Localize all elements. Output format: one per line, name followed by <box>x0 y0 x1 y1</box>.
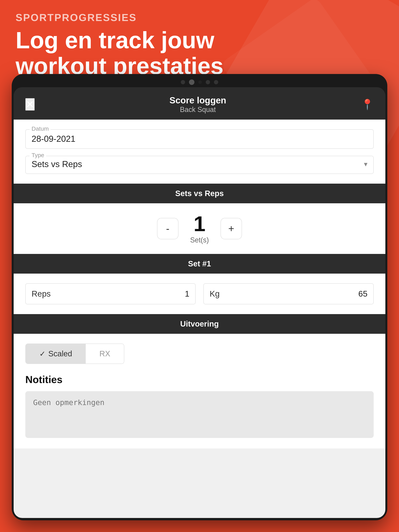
camera-dot-2 <box>189 79 194 85</box>
sets-plus-button[interactable]: + <box>220 218 242 239</box>
scaled-button[interactable]: ✓Scaled <box>26 344 86 364</box>
camera-dot-1 <box>181 80 185 84</box>
select-arrow-icon: ▾ <box>364 160 367 168</box>
notities-title: Notities <box>25 374 374 385</box>
scaled-check-icon: ✓ <box>39 350 45 358</box>
kg-field[interactable]: Kg 65 <box>203 283 374 304</box>
uitvoering-toggle-group: ✓Scaled RX <box>25 343 124 364</box>
type-fieldset: Type Sets vs Reps Max Weight Time Reps ▾ <box>25 156 374 174</box>
kg-label: Kg <box>210 289 219 298</box>
form-section: Datum 28-09-2021 Type Sets vs Reps Max W… <box>14 120 385 184</box>
uitvoering-header: Uitvoering <box>14 314 385 334</box>
camera-bar <box>14 76 385 87</box>
type-label: Type <box>30 152 46 158</box>
camera-dot-3 <box>206 80 210 84</box>
header-subtitle: SPORTPROGRESSIES <box>16 12 383 23</box>
sets-vs-reps-header-text: Sets vs Reps <box>175 189 224 198</box>
type-select-wrapper: Sets vs Reps Max Weight Time Reps ▾ <box>32 159 367 169</box>
header-area: SPORTPROGRESSIES Log en track jouw worko… <box>16 12 383 79</box>
set1-header-text: Set #1 <box>188 259 211 268</box>
set1-header: Set #1 <box>14 254 385 274</box>
device-frame: ✕ Score loggen Back Squat 📍 Datum 28-09-… <box>12 74 387 520</box>
sets-value: 1 <box>190 213 209 234</box>
notities-textarea[interactable] <box>25 391 374 438</box>
type-select[interactable]: Sets vs Reps Max Weight Time Reps <box>32 159 367 169</box>
sets-value-area: 1 Set(s) <box>190 213 209 244</box>
notities-section: Notities <box>25 364 374 439</box>
nav-subtitle: Back Squat <box>169 106 226 114</box>
nav-bar: ✕ Score loggen Back Squat 📍 <box>14 87 385 120</box>
location-icon[interactable]: 📍 <box>361 99 374 110</box>
reps-value: 1 <box>185 289 189 298</box>
uitvoering-header-text: Uitvoering <box>180 320 219 328</box>
scaled-label: Scaled <box>48 349 72 358</box>
reps-field[interactable]: Reps 1 <box>25 283 196 304</box>
nav-title: Score loggen <box>169 95 226 106</box>
reps-label: Reps <box>32 289 51 298</box>
datum-value: 28-09-2021 <box>32 134 367 144</box>
reps-kg-section: Reps 1 Kg 65 <box>14 274 385 314</box>
scroll-content[interactable]: Datum 28-09-2021 Type Sets vs Reps Max W… <box>14 120 385 518</box>
app-screen: ✕ Score loggen Back Squat 📍 Datum 28-09-… <box>14 87 385 518</box>
camera-hole <box>198 80 202 84</box>
sets-counter-section: - 1 Set(s) + <box>14 203 385 254</box>
sets-vs-reps-header: Sets vs Reps <box>14 184 385 203</box>
header-title: Log en track jouw workout prestaties <box>16 27 383 79</box>
close-button[interactable]: ✕ <box>25 98 35 111</box>
datum-fieldset: Datum 28-09-2021 <box>25 129 374 149</box>
sets-unit: Set(s) <box>190 236 209 244</box>
datum-label: Datum <box>30 125 51 132</box>
sets-minus-button[interactable]: - <box>157 218 179 239</box>
rx-button[interactable]: RX <box>86 344 124 364</box>
camera-dot-4 <box>214 80 218 84</box>
kg-value: 65 <box>358 289 367 298</box>
uitvoering-section: ✓Scaled RX Notities <box>14 334 385 449</box>
nav-title-area: Score loggen Back Squat <box>169 95 226 114</box>
